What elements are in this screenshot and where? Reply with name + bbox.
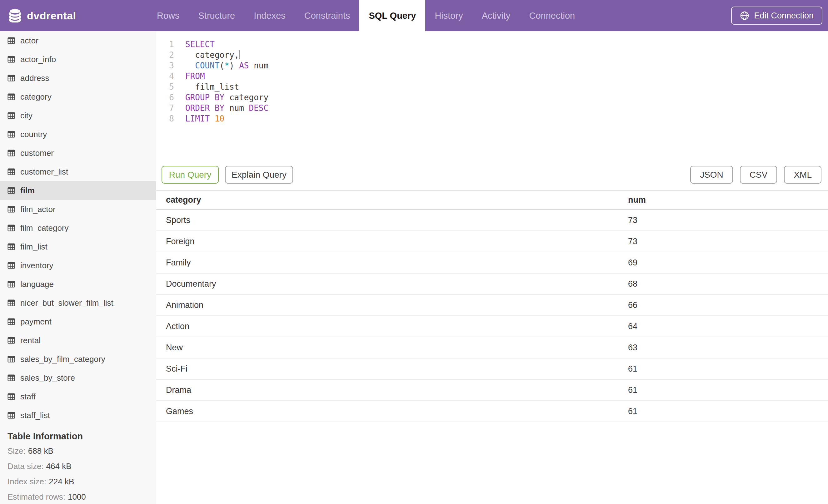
table-icon <box>7 187 15 194</box>
info-value: 688 kB <box>28 446 53 456</box>
table-name: actor <box>20 36 38 46</box>
info-label: Index size: <box>7 477 46 486</box>
cell-category: Documentary <box>156 273 628 294</box>
sidebar-item-staff[interactable]: staff <box>0 387 156 406</box>
tab-connection[interactable]: Connection <box>520 0 584 31</box>
code-text: ORDER BY num DESC <box>185 103 268 113</box>
sidebar-item-category[interactable]: category <box>0 87 156 106</box>
table-row: Games 61 <box>156 401 828 422</box>
tab-rows[interactable]: Rows <box>148 0 189 31</box>
table-info-row: Index size:224 kB <box>7 474 156 489</box>
content-area: 1 SELECT 2 category, 3 COUNT(*) AS num 4… <box>156 31 828 504</box>
table-row: Sci-Fi 61 <box>156 358 828 379</box>
table-information-heading: Table Information <box>7 429 156 444</box>
line-number: 1 <box>156 39 174 50</box>
export-json-button[interactable]: JSON <box>690 166 733 184</box>
cell-category: Foreign <box>156 231 628 252</box>
sidebar-item-sales-by-store[interactable]: sales_by_store <box>0 368 156 387</box>
info-label: Data size: <box>7 462 44 471</box>
results-header: category num <box>156 191 828 210</box>
table-name: customer <box>20 148 54 158</box>
sidebar-item-customer-list[interactable]: customer_list <box>0 163 156 181</box>
tab-activity[interactable]: Activity <box>472 0 520 31</box>
table-icon <box>7 75 15 82</box>
table-name: film_list <box>20 242 47 252</box>
export-xml-button[interactable]: XML <box>784 166 821 184</box>
export-csv-button[interactable]: CSV <box>740 166 777 184</box>
table-information-rows: Size:688 kB Data size:464 kB Index size:… <box>7 444 156 504</box>
table-icon <box>7 393 15 400</box>
results-body: Sports 73 Foreign 73 Family 69 Documenta… <box>156 210 828 422</box>
cell-num: 73 <box>628 231 828 252</box>
sql-token: 10 <box>215 114 224 123</box>
sql-token: ) <box>229 61 234 70</box>
sidebar-item-city[interactable]: city <box>0 106 156 125</box>
cell-category: Games <box>156 401 628 422</box>
sidebar-item-address[interactable]: address <box>0 69 156 87</box>
table-name: city <box>20 111 33 121</box>
table-icon <box>7 56 15 63</box>
table-name: customer_list <box>20 167 68 177</box>
sidebar-item-country[interactable]: country <box>0 125 156 144</box>
sidebar-item-film-category[interactable]: film_category <box>0 219 156 237</box>
code-text: film_list <box>185 82 239 92</box>
sql-token: category, <box>185 50 239 60</box>
tab-indexes[interactable]: Indexes <box>244 0 295 31</box>
code-line: 7 ORDER BY num DESC <box>156 103 828 113</box>
sidebar-item-film[interactable]: film <box>0 181 156 200</box>
table-icon <box>7 243 15 250</box>
sidebar-item-actor-info[interactable]: actor_info <box>0 50 156 69</box>
sidebar-item-film-actor[interactable]: film_actor <box>0 200 156 219</box>
table-name: film_category <box>20 223 69 233</box>
sql-token: AS <box>239 61 249 70</box>
cell-num: 66 <box>628 294 828 316</box>
sidebar-item-customer[interactable]: customer <box>0 144 156 163</box>
table-row: Action 64 <box>156 316 828 337</box>
sidebar-item-inventory[interactable]: inventory <box>0 256 156 275</box>
sidebar-item-rental[interactable]: rental <box>0 331 156 350</box>
code-text: GROUP BY category <box>185 92 268 103</box>
tab-structure[interactable]: Structure <box>189 0 245 31</box>
info-label: Estimated rows: <box>7 492 65 502</box>
tab-history[interactable]: History <box>425 0 472 31</box>
sidebar-item-staff-list[interactable]: staff_list <box>0 406 156 425</box>
table-icon <box>7 412 15 419</box>
table-row: Animation 66 <box>156 294 828 316</box>
cell-category: Sports <box>156 210 628 231</box>
line-number: 8 <box>156 113 174 124</box>
globe-icon <box>740 11 749 20</box>
header-row: category num <box>156 191 828 210</box>
table-information-panel: Table Information Size:688 kB Data size:… <box>0 429 156 504</box>
line-number: 3 <box>156 60 174 71</box>
explain-query-button[interactable]: Explain Query <box>225 166 293 184</box>
sidebar-item-sales-by-film-category[interactable]: sales_by_film_category <box>0 350 156 368</box>
table-icon <box>7 37 15 44</box>
info-value: 464 kB <box>46 462 72 471</box>
table-row: Family 69 <box>156 252 828 273</box>
info-value: 224 kB <box>49 477 74 486</box>
database-name: dvdrental <box>27 10 76 22</box>
table-name: country <box>20 130 47 139</box>
sql-token <box>234 61 239 70</box>
sidebar-item-film-list[interactable]: film_list <box>0 237 156 256</box>
sidebar-item-language[interactable]: language <box>0 275 156 293</box>
code-line: 1 SELECT <box>156 39 828 50</box>
code-line: 5 film_list <box>156 82 828 92</box>
results-table: category num Sports 73 Foreign 73 Family… <box>156 191 828 422</box>
table-row: New 63 <box>156 337 828 358</box>
tab-constraints[interactable]: Constraints <box>295 0 360 31</box>
code-line: 4 FROM <box>156 71 828 82</box>
sidebar-item-payment[interactable]: payment <box>0 312 156 331</box>
cell-num: 61 <box>628 401 828 422</box>
table-icon <box>7 206 15 213</box>
sql-editor[interactable]: 1 SELECT 2 category, 3 COUNT(*) AS num 4… <box>156 31 828 166</box>
sql-token <box>185 61 195 70</box>
run-query-button[interactable]: Run Query <box>162 166 219 184</box>
cell-category: Family <box>156 252 628 273</box>
line-number: 2 <box>156 50 174 60</box>
table-icon <box>7 374 15 381</box>
tab-sql-query[interactable]: SQL Query <box>359 0 425 31</box>
sidebar-item-nicer-but-slower-film-list[interactable]: nicer_but_slower_film_list <box>0 293 156 312</box>
sidebar-item-actor[interactable]: actor <box>0 31 156 50</box>
edit-connection-button[interactable]: Edit Connection <box>731 7 822 25</box>
